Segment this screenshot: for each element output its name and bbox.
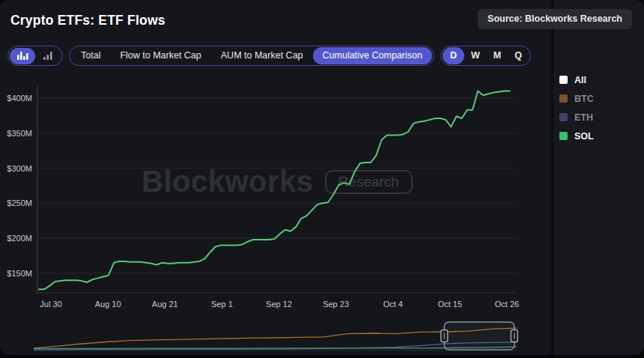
y-tick-label: $250M bbox=[7, 198, 32, 207]
y-tick-label: $150M bbox=[7, 269, 32, 278]
x-tick-label: Oct 15 bbox=[438, 300, 462, 309]
legend-panel bbox=[553, 0, 644, 355]
sol-series-line[interactable] bbox=[39, 91, 510, 290]
bar-chart-icon[interactable] bbox=[10, 48, 35, 64]
tab-total[interactable]: Total bbox=[71, 47, 110, 64]
range-navigator[interactable] bbox=[30, 320, 524, 356]
period-tab-quarterly[interactable]: Q bbox=[508, 47, 529, 64]
x-tick-label: Oct 26 bbox=[495, 300, 519, 309]
y-tick-label: $200M bbox=[7, 234, 32, 243]
period-tabs: D W M Q bbox=[440, 46, 531, 66]
x-tick-label: Sep 12 bbox=[266, 300, 292, 309]
legend-item-sol[interactable]: SOL bbox=[559, 131, 594, 141]
main-chart: $400M$350M$300M$250M$200M$150MJul 30Aug … bbox=[0, 72, 554, 312]
legend-label: SOL bbox=[574, 131, 594, 142]
all-swatch bbox=[559, 76, 568, 84]
legend-item-eth[interactable]: ETH bbox=[559, 112, 594, 122]
eth-swatch bbox=[559, 113, 568, 121]
legend-label: All bbox=[574, 75, 586, 85]
legend-item-btc[interactable]: BTC bbox=[559, 94, 594, 103]
source-badge: Source: Blockworks Research bbox=[478, 9, 632, 29]
period-tab-monthly[interactable]: M bbox=[487, 47, 508, 64]
tab-cumulative-comparison[interactable]: Cumulative Comparison bbox=[313, 47, 432, 64]
legend-item-all[interactable]: All bbox=[559, 75, 594, 85]
column-bars-icon[interactable] bbox=[35, 48, 61, 64]
y-tick-label: $350M bbox=[7, 129, 32, 138]
metric-tabs: Total Flow to Market Cap AUM to Market C… bbox=[69, 46, 434, 66]
sol-swatch bbox=[559, 132, 568, 140]
x-tick-label: Aug 10 bbox=[95, 300, 121, 309]
tab-flow-to-market-cap[interactable]: Flow to Market Cap bbox=[110, 47, 210, 64]
page-title: Crypto ETFs: ETF Flows bbox=[10, 13, 165, 28]
btc-swatch bbox=[559, 94, 568, 103]
toolbar: Total Flow to Market Cap AUM to Market C… bbox=[7, 46, 531, 66]
y-tick-label: $300M bbox=[7, 164, 32, 173]
x-tick-label: Sep 1 bbox=[211, 300, 233, 309]
chart-type-toggle bbox=[7, 46, 63, 66]
x-tick-label: Jul 30 bbox=[40, 300, 61, 309]
x-tick-label: Aug 21 bbox=[152, 300, 178, 309]
etf-flows-widget: Crypto ETFs: ETF Flows Source: Blockwork… bbox=[0, 0, 644, 358]
legend-label: ETH bbox=[574, 112, 593, 123]
tab-aum-to-market-cap[interactable]: AUM to Market Cap bbox=[211, 47, 313, 64]
x-tick-label: Oct 4 bbox=[383, 300, 403, 309]
navigator-window[interactable] bbox=[444, 322, 514, 350]
y-tick-label: $400M bbox=[7, 94, 32, 103]
period-tab-daily[interactable]: D bbox=[443, 47, 464, 64]
period-tab-weekly[interactable]: W bbox=[464, 47, 487, 64]
legend-label: BTC bbox=[574, 94, 594, 104]
x-tick-label: Sep 23 bbox=[323, 300, 349, 309]
legend: All BTC ETH SOL bbox=[559, 75, 594, 141]
